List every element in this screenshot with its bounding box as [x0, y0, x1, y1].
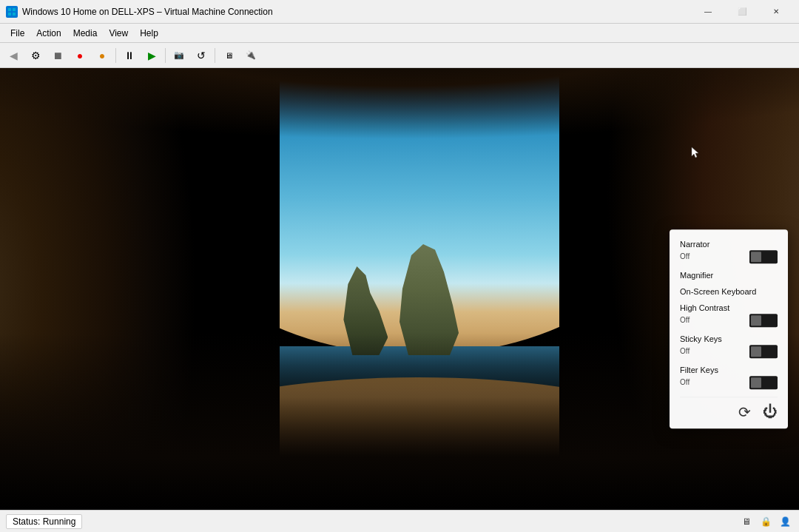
- toolbar-revert-button[interactable]: ↺: [191, 46, 212, 65]
- onscreen-keyboard-label[interactable]: On-Screen Keyboard: [680, 287, 778, 296]
- toolbar-settings-button[interactable]: ⚙: [25, 46, 46, 65]
- narrator-status: Off: [680, 252, 690, 260]
- status-icons: 🖥 🔒 👤: [738, 514, 793, 530]
- sticky-keys-status: Off: [680, 347, 690, 355]
- svg-rect-0: [8, 8, 11, 11]
- toolbar-back-button[interactable]: ◀: [3, 46, 24, 65]
- narrator-label: Narrator: [680, 240, 778, 249]
- onscreen-keyboard-item: On-Screen Keyboard: [680, 287, 778, 296]
- acc-settings-button[interactable]: ⟳: [738, 403, 751, 421]
- toolbar-separator-2: [165, 48, 166, 63]
- svg-rect-1: [13, 8, 16, 11]
- status-bar: Status: Running 🖥 🔒 👤: [0, 510, 799, 532]
- magnifier-label[interactable]: Magnifier: [680, 271, 778, 280]
- high-contrast-toggle-thumb: [751, 315, 761, 326]
- menu-action[interactable]: Action: [30, 27, 67, 40]
- toolbar: ◀ ⚙ ⏹ ● ● ⏸ ▶ 📷 ↺ 🖥 🔌: [0, 43, 799, 68]
- toolbar-save-button[interactable]: ●: [92, 46, 112, 65]
- magnifier-item: Magnifier: [680, 271, 778, 280]
- acc-panel-footer: ⟳ ⏻: [680, 397, 778, 421]
- high-contrast-toggle[interactable]: [749, 314, 778, 327]
- window-title: Windows 10 Home on DELL-XPS – Virtual Ma…: [22, 7, 691, 17]
- acc-power-button[interactable]: ⏻: [763, 403, 778, 421]
- menu-help[interactable]: Help: [134, 27, 164, 40]
- accessibility-panel: Narrator Off Magnifier On-Screen Keyboar…: [670, 229, 788, 428]
- filter-keys-status: Off: [680, 378, 690, 386]
- filter-keys-label: Filter Keys: [680, 366, 778, 374]
- narrator-item: Narrator Off: [680, 240, 778, 263]
- toolbar-connect-button[interactable]: 🖥: [218, 46, 239, 65]
- toolbar-snapshot-button[interactable]: 📷: [169, 46, 189, 65]
- sticky-keys-item: Sticky Keys Off: [680, 334, 778, 358]
- restore-button[interactable]: ⬜: [725, 0, 759, 24]
- toolbar-separator-3: [215, 48, 215, 63]
- sticky-keys-label: Sticky Keys: [680, 334, 778, 343]
- minimize-button[interactable]: —: [691, 0, 725, 24]
- filter-keys-toggle-thumb: [751, 377, 761, 388]
- window-controls: — ⬜ ✕: [691, 0, 793, 24]
- menu-bar: File Action Media View Help: [0, 24, 799, 43]
- vm-viewport[interactable]: Narrator Off Magnifier On-Screen Keyboar…: [0, 68, 799, 510]
- filter-keys-toggle[interactable]: [749, 376, 778, 389]
- title-bar: Windows 10 Home on DELL-XPS – Virtual Ma…: [0, 0, 799, 24]
- close-button[interactable]: ✕: [759, 0, 793, 24]
- toolbar-separator-1: [115, 48, 116, 63]
- status-monitor-icon: 🖥: [738, 514, 755, 530]
- toolbar-shutdown-button[interactable]: ●: [70, 46, 90, 65]
- menu-media[interactable]: Media: [67, 27, 104, 40]
- status-lock-icon: 🔒: [758, 514, 774, 530]
- high-contrast-label: High Contrast: [680, 303, 778, 312]
- app-icon: [6, 6, 18, 18]
- menu-file[interactable]: File: [4, 27, 30, 40]
- toolbar-stop-button[interactable]: ⏹: [47, 46, 68, 65]
- high-contrast-status: Off: [680, 316, 690, 324]
- sticky-keys-toggle[interactable]: [749, 345, 778, 358]
- menu-view[interactable]: View: [103, 27, 134, 40]
- sticky-keys-toggle-thumb: [751, 346, 761, 357]
- filter-keys-item: Filter Keys Off: [680, 366, 778, 389]
- svg-rect-3: [13, 13, 16, 16]
- toolbar-usb-button[interactable]: 🔌: [240, 46, 261, 65]
- status-text: Status: Running: [6, 514, 82, 529]
- narrator-toggle[interactable]: [749, 250, 778, 263]
- toolbar-pause-button[interactable]: ⏸: [119, 46, 140, 65]
- high-contrast-item: High Contrast Off: [680, 303, 778, 327]
- status-user-icon: 👤: [777, 514, 793, 530]
- narrator-toggle-thumb: [751, 252, 761, 262]
- toolbar-play-button[interactable]: ▶: [141, 46, 162, 65]
- svg-rect-2: [8, 13, 11, 16]
